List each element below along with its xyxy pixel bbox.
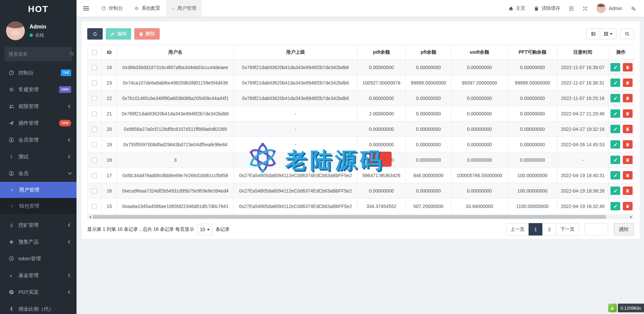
sidebar-item-token[interactable]: token管理: [0, 250, 77, 267]
search-toggle-button[interactable]: [620, 29, 634, 39]
language-icon[interactable]: [569, 6, 574, 11]
row-checkbox[interactable]: [92, 142, 97, 147]
menu-search-input[interactable]: [9, 51, 69, 57]
cell-id: 15: [102, 199, 117, 214]
col-reg-time[interactable]: 注册时间: [557, 45, 608, 60]
scroll-right-button[interactable]: [629, 215, 634, 219]
sidebar-item-label: 基金管理: [18, 272, 39, 279]
tab-user-management[interactable]: ○ 用户管理: [166, 0, 202, 17]
row-checkbox[interactable]: [92, 173, 97, 178]
sidebar-item-test[interactable]: ✌ 测试: [0, 148, 77, 165]
row-delete-button[interactable]: [623, 63, 633, 71]
col-username[interactable]: 用户名: [117, 45, 234, 60]
page-1-button[interactable]: 1: [529, 223, 543, 235]
row-delete-button[interactable]: [623, 109, 633, 118]
row-edit-button[interactable]: [610, 171, 620, 179]
next-page-button[interactable]: 下一页: [556, 223, 579, 235]
row-checkbox[interactable]: [92, 158, 97, 163]
sidebar-item-mining[interactable]: ⚓ 挖矿管理: [0, 217, 77, 233]
row-checkbox[interactable]: [92, 81, 97, 86]
page-2-button[interactable]: 2: [542, 223, 556, 235]
row-delete-button[interactable]: [623, 94, 633, 102]
col-pft[interactable]: pft余额: [406, 45, 451, 60]
row-delete-button[interactable]: [623, 156, 633, 164]
col-id[interactable]: ID: [102, 45, 117, 60]
check-all-checkbox[interactable]: [92, 50, 97, 55]
refresh-button[interactable]: [87, 28, 103, 40]
cell-username: 0x74ca107de8a8abfee498209b3fd01159e5f4d4…: [117, 75, 234, 91]
row-edit-button[interactable]: [610, 94, 620, 102]
row-checkbox[interactable]: [92, 204, 97, 209]
columns-button[interactable]: [600, 29, 616, 39]
col-pdt[interactable]: pdt余额: [357, 45, 406, 60]
col-pft-buy[interactable]: PFT可购余额: [508, 45, 557, 60]
asterisk-icon: ✱: [8, 240, 15, 245]
home-link[interactable]: 主页: [508, 5, 525, 11]
jump-button[interactable]: 跳转: [614, 223, 634, 235]
avatar[interactable]: [6, 21, 25, 40]
table-row: 19 0x755f5597008dfad29843bd723e04df5eafe…: [88, 137, 634, 152]
tab-system-config[interactable]: 系统配置: [129, 0, 166, 17]
row-delete-button[interactable]: [623, 202, 633, 210]
cell-id: 19: [102, 137, 117, 152]
row-checkbox[interactable]: [92, 127, 97, 132]
row-checkbox[interactable]: [92, 65, 97, 70]
sidebar-item-permissions[interactable]: 权限管理: [0, 98, 77, 115]
row-edit-button[interactable]: [610, 156, 620, 164]
row-edit-button[interactable]: [610, 78, 620, 87]
prev-page-button[interactable]: 上一页: [506, 223, 529, 235]
page-size-select[interactable]: 10: [197, 224, 212, 235]
row-edit-button[interactable]: [610, 202, 620, 210]
toggle-view-button[interactable]: [586, 29, 600, 39]
edit-button[interactable]: 编辑: [106, 28, 131, 40]
row-edit-button[interactable]: [610, 125, 620, 133]
gear-icon: [134, 6, 139, 11]
row-edit-button[interactable]: [610, 63, 620, 71]
sidebar-item-pdt-trade[interactable]: PDT买卖: [0, 284, 77, 301]
clear-cache-link[interactable]: 清除缓存: [534, 5, 560, 11]
cell-pdt-balance: 100527.00000078: [357, 75, 406, 91]
sidebar-item-user-management[interactable]: ○ 用户管理: [0, 182, 77, 198]
col-parent[interactable]: 用户上级: [234, 45, 357, 60]
sidebar-item-wallet-management[interactable]: ○ 钱包管理: [0, 198, 77, 214]
search-icon: [69, 51, 74, 57]
delete-button[interactable]: 删除: [134, 28, 160, 40]
sidebar-item-commission[interactable]: 佣金比例（代）: [0, 301, 77, 314]
row-delete-button[interactable]: [623, 171, 633, 179]
jump-page-input[interactable]: [585, 223, 608, 235]
row-checkbox[interactable]: [92, 111, 97, 116]
row-edit-button[interactable]: [610, 109, 620, 118]
cogs-icon[interactable]: [631, 6, 636, 11]
row-delete-button[interactable]: [623, 140, 633, 149]
col-usdt[interactable]: usdt余额: [451, 45, 508, 60]
sidebar-item-plugins[interactable]: 插件管理 new: [0, 115, 77, 132]
row-checkbox[interactable]: [92, 189, 97, 194]
row-edit-button[interactable]: [610, 140, 620, 149]
horizontal-scrollbar[interactable]: [87, 215, 634, 219]
cell-usdt-balance: 100005786.55000000: [451, 168, 508, 183]
thinkphp-logo-icon: [608, 304, 617, 312]
refresh-icon: [93, 32, 97, 36]
sidebar-item-members[interactable]: 会员管理: [0, 132, 77, 148]
row-delete-button[interactable]: [623, 187, 633, 195]
scrollbar-thumb[interactable]: [93, 215, 606, 219]
sidebar-toggle-button[interactable]: [77, 0, 96, 17]
cell-actions: [608, 91, 634, 106]
row-delete-button[interactable]: [623, 78, 633, 87]
table-row: 20 0x9858a27a0cf2128df9c8107d111ff889a6d…: [88, 121, 634, 137]
cell-username: 0xeca9feaa7324df2b54931d95b75e953e8e394e…: [117, 183, 234, 199]
sidebar-item-general[interactable]: 常规管理 new: [0, 81, 77, 98]
fullscreen-icon[interactable]: [583, 6, 588, 11]
scroll-left-button[interactable]: [88, 215, 93, 219]
sidebar-item-presale[interactable]: ✱ 预售产品: [0, 233, 77, 250]
delete-label: 删除: [146, 31, 155, 37]
sidebar-item-fund[interactable]: ◐ 基金管理: [0, 267, 77, 284]
row-checkbox[interactable]: [92, 96, 97, 101]
admin-menu[interactable]: Admin: [596, 4, 622, 13]
tab-dashboard[interactable]: 控制台: [96, 0, 129, 17]
menu-search: [5, 47, 72, 61]
row-delete-button[interactable]: [623, 125, 633, 133]
row-edit-button[interactable]: [610, 187, 620, 195]
sidebar-item-member[interactable]: 会员: [0, 165, 77, 182]
sidebar-item-dashboard[interactable]: 控制台 hot: [0, 64, 77, 81]
